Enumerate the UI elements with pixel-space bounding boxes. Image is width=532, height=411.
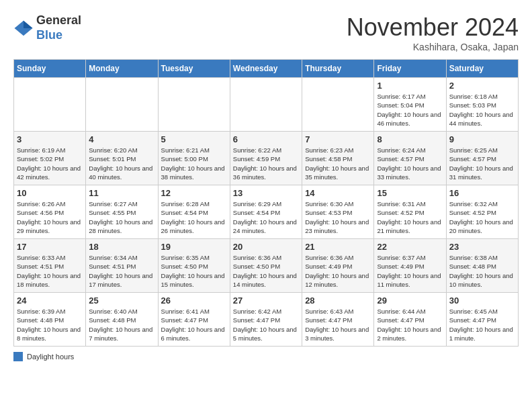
calendar-body: 1Sunrise: 6:17 AM Sunset: 5:04 PM Daylig… [14, 78, 519, 347]
legend-label: Daylight hours [27, 353, 74, 361]
day-info: Sunrise: 6:36 AM Sunset: 4:49 PM Dayligh… [305, 253, 371, 289]
calendar-cell: 22Sunrise: 6:37 AM Sunset: 4:49 PM Dayli… [374, 239, 446, 293]
calendar-cell [302, 78, 374, 132]
day-number: 29 [377, 295, 443, 306]
day-number: 9 [449, 134, 515, 144]
weekday-header-saturday: Saturday [446, 60, 518, 78]
day-number: 27 [233, 295, 299, 306]
calendar-cell: 15Sunrise: 6:31 AM Sunset: 4:52 PM Dayli… [374, 185, 446, 239]
day-info: Sunrise: 6:19 AM Sunset: 5:02 PM Dayligh… [17, 146, 83, 181]
day-info: Sunrise: 6:40 AM Sunset: 4:48 PM Dayligh… [89, 307, 154, 342]
calendar-header: SundayMondayTuesdayWednesdayThursdayFrid… [14, 60, 519, 78]
day-number: 11 [89, 188, 154, 198]
day-info: Sunrise: 6:43 AM Sunset: 4:47 PM Dayligh… [305, 307, 371, 342]
day-info: Sunrise: 6:45 AM Sunset: 4:47 PM Dayligh… [449, 307, 515, 342]
day-info: Sunrise: 6:20 AM Sunset: 5:01 PM Dayligh… [89, 146, 154, 181]
day-info: Sunrise: 6:28 AM Sunset: 4:54 PM Dayligh… [161, 199, 227, 235]
calendar-week-3: 17Sunrise: 6:33 AM Sunset: 4:51 PM Dayli… [14, 239, 519, 293]
calendar-cell: 9Sunrise: 6:25 AM Sunset: 4:57 PM Daylig… [446, 132, 518, 185]
day-info: Sunrise: 6:21 AM Sunset: 5:00 PM Dayligh… [161, 146, 227, 181]
day-number: 1 [377, 81, 443, 91]
calendar-cell: 13Sunrise: 6:29 AM Sunset: 4:54 PM Dayli… [230, 185, 302, 239]
weekday-header-sunday: Sunday [14, 60, 86, 78]
day-info: Sunrise: 6:24 AM Sunset: 4:57 PM Dayligh… [377, 146, 443, 181]
calendar-cell: 21Sunrise: 6:36 AM Sunset: 4:49 PM Dayli… [302, 239, 374, 293]
logo-general: General [36, 13, 81, 27]
day-info: Sunrise: 6:26 AM Sunset: 4:56 PM Dayligh… [17, 199, 83, 235]
calendar-cell: 23Sunrise: 6:38 AM Sunset: 4:48 PM Dayli… [446, 239, 518, 293]
calendar-cell: 1Sunrise: 6:17 AM Sunset: 5:04 PM Daylig… [374, 78, 446, 132]
calendar-cell: 16Sunrise: 6:32 AM Sunset: 4:52 PM Dayli… [446, 185, 518, 239]
day-number: 26 [161, 295, 227, 306]
day-number: 4 [89, 134, 154, 144]
day-info: Sunrise: 6:31 AM Sunset: 4:52 PM Dayligh… [377, 199, 443, 235]
day-info: Sunrise: 6:18 AM Sunset: 5:03 PM Dayligh… [449, 92, 515, 128]
calendar-cell [86, 78, 158, 132]
calendar-cell: 3Sunrise: 6:19 AM Sunset: 5:02 PM Daylig… [14, 132, 86, 185]
day-number: 12 [161, 188, 227, 198]
calendar-cell: 17Sunrise: 6:33 AM Sunset: 4:51 PM Dayli… [14, 239, 86, 293]
calendar-cell: 27Sunrise: 6:42 AM Sunset: 4:47 PM Dayli… [230, 293, 302, 347]
day-info: Sunrise: 6:17 AM Sunset: 5:04 PM Dayligh… [377, 92, 443, 128]
day-number: 20 [233, 242, 299, 252]
calendar-cell: 6Sunrise: 6:22 AM Sunset: 4:59 PM Daylig… [230, 132, 302, 185]
weekday-header-tuesday: Tuesday [158, 60, 230, 78]
calendar-cell: 14Sunrise: 6:30 AM Sunset: 4:53 PM Dayli… [302, 185, 374, 239]
calendar-cell: 10Sunrise: 6:26 AM Sunset: 4:56 PM Dayli… [14, 185, 86, 239]
day-number: 19 [161, 242, 227, 252]
day-number: 17 [17, 242, 83, 252]
weekday-header-monday: Monday [86, 60, 158, 78]
day-info: Sunrise: 6:35 AM Sunset: 4:50 PM Dayligh… [161, 253, 227, 289]
calendar-week-4: 24Sunrise: 6:39 AM Sunset: 4:48 PM Dayli… [14, 293, 519, 347]
calendar-cell: 8Sunrise: 6:24 AM Sunset: 4:57 PM Daylig… [374, 132, 446, 185]
calendar-cell [158, 78, 230, 132]
day-info: Sunrise: 6:25 AM Sunset: 4:57 PM Dayligh… [449, 146, 515, 181]
calendar-table: SundayMondayTuesdayWednesdayThursdayFrid… [13, 59, 519, 347]
day-number: 3 [17, 134, 83, 144]
calendar-cell: 28Sunrise: 6:43 AM Sunset: 4:47 PM Dayli… [302, 293, 374, 347]
logo: General Blue [13, 13, 81, 42]
day-number: 25 [89, 295, 154, 306]
calendar-week-1: 3Sunrise: 6:19 AM Sunset: 5:02 PM Daylig… [14, 132, 519, 185]
calendar-cell: 29Sunrise: 6:44 AM Sunset: 4:47 PM Dayli… [374, 293, 446, 347]
calendar-week-0: 1Sunrise: 6:17 AM Sunset: 5:04 PM Daylig… [14, 78, 519, 132]
calendar-cell: 4Sunrise: 6:20 AM Sunset: 5:01 PM Daylig… [86, 132, 158, 185]
calendar-cell: 18Sunrise: 6:34 AM Sunset: 4:51 PM Dayli… [86, 239, 158, 293]
title-block: November 2024 Kashihara, Osaka, Japan [347, 13, 519, 52]
month-title: November 2024 [347, 13, 519, 42]
day-info: Sunrise: 6:41 AM Sunset: 4:47 PM Dayligh… [161, 307, 227, 342]
day-number: 15 [377, 188, 443, 198]
legend-box [13, 352, 23, 361]
day-info: Sunrise: 6:23 AM Sunset: 4:58 PM Dayligh… [305, 146, 371, 181]
calendar-cell: 25Sunrise: 6:40 AM Sunset: 4:48 PM Dayli… [86, 293, 158, 347]
calendar-cell [14, 78, 86, 132]
day-number: 16 [449, 188, 515, 198]
day-number: 28 [305, 295, 371, 306]
weekday-header-thursday: Thursday [302, 60, 374, 78]
day-info: Sunrise: 6:22 AM Sunset: 4:59 PM Dayligh… [233, 146, 299, 181]
logo-blue: Blue [36, 28, 62, 42]
calendar-cell: 12Sunrise: 6:28 AM Sunset: 4:54 PM Dayli… [158, 185, 230, 239]
calendar-cell: 19Sunrise: 6:35 AM Sunset: 4:50 PM Dayli… [158, 239, 230, 293]
calendar-cell: 20Sunrise: 6:36 AM Sunset: 4:50 PM Dayli… [230, 239, 302, 293]
calendar-cell: 26Sunrise: 6:41 AM Sunset: 4:47 PM Dayli… [158, 293, 230, 347]
day-info: Sunrise: 6:38 AM Sunset: 4:48 PM Dayligh… [449, 253, 515, 289]
day-info: Sunrise: 6:42 AM Sunset: 4:47 PM Dayligh… [233, 307, 299, 342]
day-info: Sunrise: 6:27 AM Sunset: 4:55 PM Dayligh… [89, 199, 154, 235]
day-info: Sunrise: 6:32 AM Sunset: 4:52 PM Dayligh… [449, 199, 515, 235]
day-info: Sunrise: 6:44 AM Sunset: 4:47 PM Dayligh… [377, 307, 443, 342]
logo-icon [13, 18, 34, 38]
calendar-cell: 11Sunrise: 6:27 AM Sunset: 4:55 PM Dayli… [86, 185, 158, 239]
day-number: 13 [233, 188, 299, 198]
day-number: 5 [161, 134, 227, 144]
svg-marker-1 [24, 20, 33, 28]
day-info: Sunrise: 6:36 AM Sunset: 4:50 PM Dayligh… [233, 253, 299, 289]
day-number: 14 [305, 188, 371, 198]
day-number: 8 [377, 134, 443, 144]
day-number: 30 [449, 295, 515, 306]
day-info: Sunrise: 6:29 AM Sunset: 4:54 PM Dayligh… [233, 199, 299, 235]
day-info: Sunrise: 6:34 AM Sunset: 4:51 PM Dayligh… [89, 253, 154, 289]
day-number: 6 [233, 134, 299, 144]
calendar-cell: 5Sunrise: 6:21 AM Sunset: 5:00 PM Daylig… [158, 132, 230, 185]
location: Kashihara, Osaka, Japan [347, 42, 519, 52]
